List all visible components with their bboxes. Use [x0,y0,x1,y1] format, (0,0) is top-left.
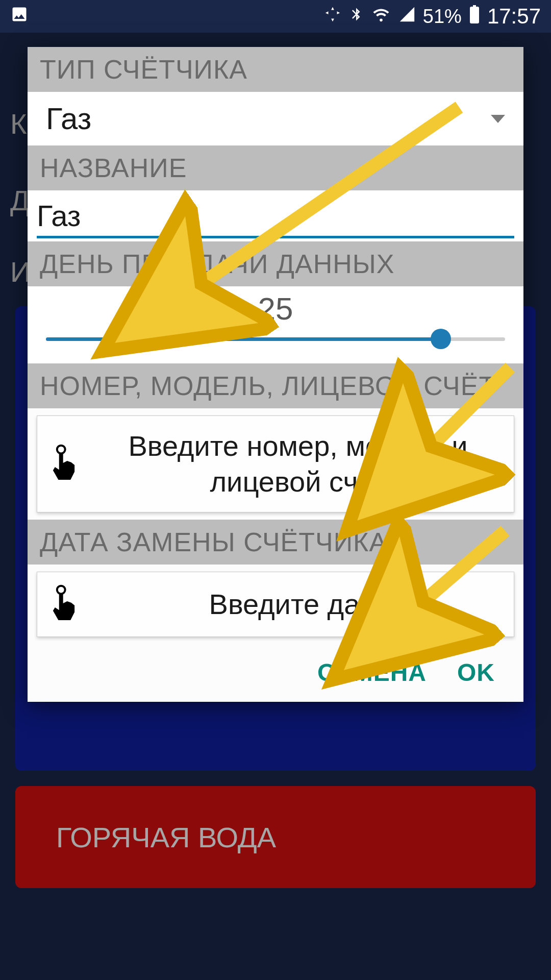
section-day-label: ДЕНЬ ПЕРЕДАЧИ ДАННЫХ [28,241,523,286]
enter-date-button[interactable]: Введите дату [37,572,514,637]
meter-name-input[interactable] [37,195,514,238]
enter-model-label: Введите номер, модель и лицевой счет [92,428,504,500]
meter-type-dropdown[interactable]: Газ [28,92,523,145]
slider-track-fill [46,337,441,341]
signal-icon [398,6,416,28]
wifi-icon [371,6,391,28]
dialog-actions: ОТМЕНА OK [28,644,523,702]
meter-settings-dialog: ТИП СЧЁТЧИКА Газ НАЗВАНИЕ ДЕНЬ ПЕРЕДАЧИ … [28,47,523,702]
section-date-label: ДАТА ЗАМЕНЫ СЧЁТЧИКА [28,520,523,565]
tap-icon [47,444,80,484]
status-bar: 51% 17:57 [0,0,551,33]
day-slider[interactable] [46,329,505,349]
enter-date-label: Введите дату [92,586,504,622]
svg-point-1 [57,446,65,454]
chevron-down-icon [491,115,505,123]
clock-time: 17:57 [487,4,541,29]
image-icon [10,5,29,28]
recycle-icon [324,6,341,28]
section-name-label: НАЗВАНИЕ [28,145,523,190]
enter-model-button[interactable]: Введите номер, модель и лицевой счет [37,415,514,512]
section-type-label: ТИП СЧЁТЧИКА [28,47,523,92]
day-slider-value: 25 [46,290,505,327]
slider-thumb[interactable] [431,329,451,349]
svg-point-2 [57,586,65,594]
battery-icon [469,5,480,28]
ok-button[interactable]: OK [457,658,495,687]
section-model-label: НОМЕР, МОДЕЛЬ, ЛИЦЕВОЙ СЧЁТ [28,363,523,408]
meter-type-value: Газ [46,101,491,136]
tap-icon [47,584,80,624]
svg-rect-0 [471,14,478,22]
battery-percent: 51% [423,6,462,28]
cancel-button[interactable]: ОТМЕНА [317,658,427,687]
bluetooth-icon [348,5,364,28]
